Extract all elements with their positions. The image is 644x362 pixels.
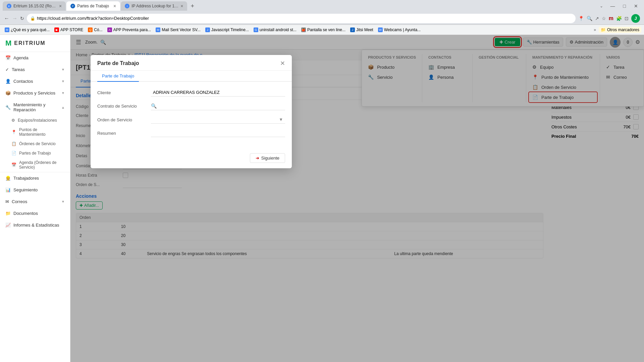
bookmark-favicon-5: M xyxy=(156,27,160,32)
sidebar-item-agenda-os[interactable]: 📅 Agenda (Órdenes de Servicio) xyxy=(0,158,70,172)
logo-text: ERITRIUM xyxy=(14,40,45,46)
sidebar-item-trabajadores[interactable]: 👷 Trabajadores xyxy=(0,172,70,184)
modal-tab-parte-trabajo[interactable]: Parte de Trabajo xyxy=(97,71,139,82)
bookmarks-more[interactable]: » xyxy=(592,27,598,33)
logo-m-icon: M xyxy=(5,39,11,48)
sidebar-item-contactos-left: 👤 Contactos xyxy=(5,79,33,84)
profile-icon-btn[interactable]: ⊡ xyxy=(625,16,629,21)
reload-button[interactable]: ↻ xyxy=(20,16,24,21)
sidebar-label-agenda: Agenda xyxy=(13,55,29,60)
app-container: M ERITRIUM 📅 Agenda ✓ Tareas ▼ 👤 Contact… xyxy=(0,35,644,362)
search-address-btn[interactable]: 🔍 xyxy=(587,16,592,21)
sidebar-item-equipos[interactable]: ⚙ Equipos/Instalaciones xyxy=(0,116,70,125)
sidebar-item-tareas[interactable]: ✓ Tareas ▼ xyxy=(0,64,70,75)
new-tab-button[interactable]: + xyxy=(188,3,197,10)
bookmark-label-8: Pantalla se ven line... xyxy=(307,27,345,32)
sidebar-item-documentos[interactable]: 📁 Documentos xyxy=(0,207,70,219)
modal-close-button[interactable]: ✕ xyxy=(280,60,285,67)
close-window-button[interactable]: ✕ xyxy=(631,3,641,9)
productos-arrow-icon: ▼ xyxy=(61,91,65,95)
equipos-icon: ⚙ xyxy=(11,118,15,123)
tab-inactive-3[interactable]: I IP Address Lookup for 139.47.35... × xyxy=(121,1,187,11)
bookmark-star-button[interactable]: ☆ xyxy=(602,16,606,21)
modal-field-contrato: Contrato de Servicio 🔍 xyxy=(97,102,285,110)
sidebar-item-productos[interactable]: 📦 Productos y Servicios ▼ xyxy=(0,87,70,99)
profile-avatar[interactable]: J xyxy=(631,14,640,23)
seguimiento-icon: 📊 xyxy=(5,187,11,192)
trabajadores-icon: 👷 xyxy=(5,176,11,181)
back-button[interactable]: ← xyxy=(4,15,9,21)
sidebar-item-partes[interactable]: 📄 Partes de Trabajo xyxy=(0,148,70,158)
share-button[interactable]: ↗ xyxy=(595,16,599,21)
sidebar-item-productos-left: 📦 Productos y Servicios xyxy=(5,90,55,96)
modal-title: Parte de Trabajo xyxy=(97,60,139,66)
folder-icon: 📁 xyxy=(601,27,606,32)
bookmark-favicon-7: G xyxy=(254,27,258,32)
correos-icon: ✉ xyxy=(5,199,9,204)
sidebar-item-correos[interactable]: ✉ Correos ▼ xyxy=(0,196,70,207)
minimize-button[interactable]: — xyxy=(607,3,619,9)
address-container: 🔒 xyxy=(27,14,576,23)
siguiente-label: Siguiente xyxy=(261,156,279,161)
sidebar-item-puntos[interactable]: 📍 Puntos de Mantenimiento xyxy=(0,125,70,139)
siguiente-button[interactable]: ➜ Siguiente xyxy=(250,153,285,163)
modal-orden-select[interactable]: ▼ xyxy=(151,116,285,124)
contactos-arrow-icon: ▼ xyxy=(61,79,65,83)
tab-close-1[interactable]: × xyxy=(59,3,62,9)
bookmark-label-5: Mail Sent Vector SV... xyxy=(162,27,201,32)
bookmark-item-9[interactable]: J Jitsi Meet xyxy=(348,27,375,33)
tab-close-3[interactable]: × xyxy=(180,3,183,9)
bookmark-favicon-6: J xyxy=(205,27,210,32)
sidebar-item-seguimiento[interactable]: 📊 Seguimiento xyxy=(0,184,70,196)
tab-active-2[interactable]: P Partes de Trabajo × xyxy=(66,1,120,11)
maximize-button[interactable]: □ xyxy=(620,3,629,9)
lock-icon: 🔒 xyxy=(30,16,35,21)
bookmark-item-1[interactable]: M ¿Qué es y para qué... xyxy=(3,27,52,33)
bookmark-item-6[interactable]: J Javascript Timeline... xyxy=(203,27,251,33)
tab-inactive-1[interactable]: E Eritrium 16.15.02 (Root Root) × xyxy=(3,1,66,11)
bookmark-item-2[interactable]: ▶ APP STORE xyxy=(52,27,85,33)
sidebar-item-agenda[interactable]: 📅 Agenda xyxy=(0,52,70,64)
bookmark-item-7[interactable]: G uninstall android st... xyxy=(252,27,299,33)
sidebar-label-documentos: Documentos xyxy=(13,211,38,216)
modal-header: Parte de Trabajo ✕ xyxy=(91,55,292,71)
tab-title-2: Partes de Trabajo xyxy=(77,4,109,8)
modal-search-contrato-button[interactable]: 🔍 xyxy=(151,103,157,109)
extensions-button[interactable]: 🧩 xyxy=(616,16,622,21)
productos-icon: 📦 xyxy=(5,90,11,96)
tab-title-1: Eritrium 16.15.02 (Root Root) xyxy=(13,4,57,8)
tab-close-2[interactable]: × xyxy=(113,3,116,9)
tareas-arrow-icon: ▼ xyxy=(61,68,65,71)
sidebar-item-ordenes[interactable]: 📋 Órdenes de Servicio xyxy=(0,139,70,148)
sidebar: M ERITRIUM 📅 Agenda ✓ Tareas ▼ 👤 Contact… xyxy=(0,35,70,362)
sidebar-item-tareas-left: ✓ Tareas xyxy=(5,67,25,72)
modal-input-resumen[interactable] xyxy=(151,129,285,137)
sidebar-item-correos-left: ✉ Correos xyxy=(5,199,27,204)
sidebar-label-productos: Productos y Servicios xyxy=(13,90,55,96)
location-button[interactable]: 📍 xyxy=(578,16,584,21)
sidebar-item-mantenimiento[interactable]: 🔧 Mantenimiento y Reparación ▲ xyxy=(0,99,70,116)
bookmark-label-6: Javascript Timeline... xyxy=(211,27,249,32)
content-wrapper: ☰ Zoom. 🔍 ✚ Crear 🔧 Herramientas ⚙ Admin… xyxy=(70,35,644,362)
modal-input-cliente[interactable] xyxy=(151,88,285,97)
bookmark-item-3[interactable]: Q Có... xyxy=(86,27,104,33)
address-input[interactable] xyxy=(27,14,576,23)
modal-label-cliente: Cliente xyxy=(97,90,151,95)
agenda-os-icon: 📅 xyxy=(11,163,16,167)
forward-button[interactable]: → xyxy=(12,15,17,21)
modal-field-cliente: Cliente xyxy=(97,88,285,97)
tab-overflow-button[interactable]: ⌄ xyxy=(597,3,606,9)
bookmark-item-10[interactable]: W Webcams | Ayunta... xyxy=(376,27,423,33)
sidebar-item-mantenimiento-left: 🔧 Mantenimiento y Reparación xyxy=(5,102,61,112)
sidebar-label-agenda-os: Agenda (Órdenes de Servicio) xyxy=(19,160,65,170)
other-bookmarks[interactable]: 📁 Otros marcadores xyxy=(599,27,641,33)
modal-body: Cliente Contrato de Servicio 🔍 Orden de … xyxy=(91,82,292,149)
mantenimiento-arrow-icon: ▲ xyxy=(61,106,65,109)
bookmark-item-8[interactable]: 🍎 Pantalla se ven line... xyxy=(299,27,347,33)
bookmark-label-4: APP Preventa para... xyxy=(113,27,151,32)
siguiente-arrow-icon: ➜ xyxy=(256,156,259,161)
bookmark-item-4[interactable]: A APP Preventa para... xyxy=(105,27,153,33)
bookmark-item-5[interactable]: M Mail Sent Vector SV... xyxy=(154,27,203,33)
sidebar-item-informes[interactable]: 📈 Informes & Estadísticas xyxy=(0,219,70,231)
sidebar-item-contactos[interactable]: 👤 Contactos ▼ xyxy=(0,75,70,87)
